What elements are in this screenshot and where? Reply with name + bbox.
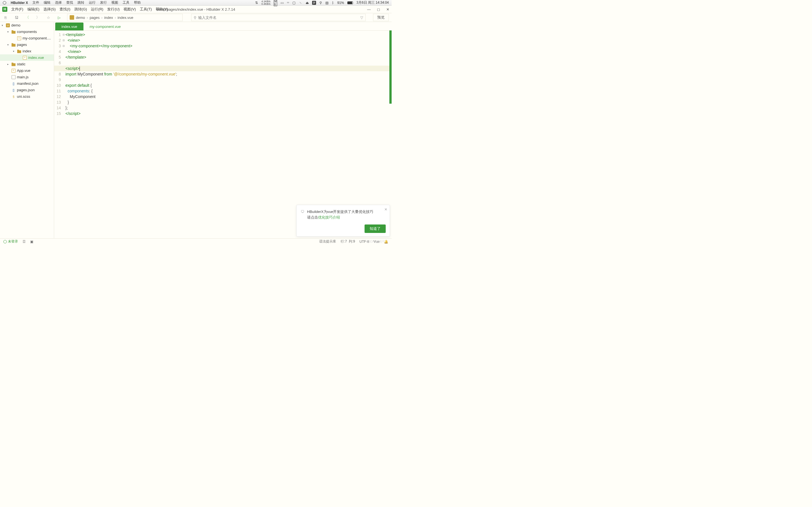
back-icon[interactable]: 〈 [24,15,30,20]
syntax-hint[interactable]: 语法提示库 [319,239,336,244]
fold-column[interactable]: ⊟⊟⊟ [63,31,65,238]
memory-icon[interactable]: ME [274,0,277,6]
datetime[interactable]: 3月6日 周三 14:34:04 [356,0,389,5]
tab-active[interactable]: index.vue [55,22,84,31]
run-icon[interactable]: ▷ [56,15,62,20]
json-file-icon: [] [11,88,15,92]
app-menu-item[interactable]: 工具(T) [140,7,152,12]
tree-item[interactable]: App.vue [0,67,54,74]
folder-icon [11,43,15,47]
app-menubar: H 文件(F) 编辑(E) 选择(S) 查找(I) 跳转(G) 运行(R) 发行… [0,6,392,13]
tree-label: index [22,49,31,53]
notif-line1: HBuilderX为vue开发提供了大量优化技巧 [307,209,373,215]
control-center-icon[interactable]: ▤ [325,1,328,5]
json-file-icon: [] [11,82,15,86]
tree-item[interactable]: []manifest.json [0,80,54,87]
search-icon[interactable]: ⚲ [319,1,322,5]
folder-icon [11,62,15,66]
scss-file-icon: § [11,95,15,99]
tree-item[interactable]: index.vue [0,54,54,61]
user-icon [3,240,7,243]
star-icon[interactable]: ☆ [46,15,51,20]
tree-label: demo [11,23,20,27]
mac-app-name[interactable]: HBuilder X [11,1,28,5]
notif-ok-button[interactable]: 知道了 [364,224,386,233]
mac-menu-item[interactable]: 跳转 [78,0,84,5]
filter-icon[interactable]: ▽ [360,15,363,20]
app-menu-item[interactable]: 运行(R) [91,7,103,12]
crumb[interactable]: pages [90,15,100,20]
mac-menu-item[interactable]: 文件 [33,0,39,5]
wifi-icon[interactable]: ⌔ [287,1,289,5]
tree-item[interactable]: §uni.scss [0,93,54,100]
notif-link[interactable]: 优化技巧介绍 [318,215,340,219]
forward-icon[interactable]: 〉 [35,15,41,20]
file-search[interactable]: ⚲ ▽ [191,14,366,21]
editor-tabs: index.vue my-component.vue [54,22,392,31]
folder-icon [11,30,15,34]
mac-menu-item[interactable]: 编辑 [44,0,50,5]
mac-menu-item[interactable]: 发行 [100,0,107,5]
file-icon [11,75,15,79]
app-menu-item[interactable]: 视图(V) [123,7,136,12]
mac-menu-item[interactable]: 运行 [89,0,96,5]
notification-popup: ✕ 🗨 HBuilderX为vue开发提供了大量优化技巧 请点击优化技巧介绍 知… [296,205,390,237]
tree-item[interactable]: ▾index [0,48,54,54]
tree-item[interactable]: my-component.... [0,35,54,41]
app-menu-item[interactable]: 跳转(G) [74,7,87,12]
backslash-icon[interactable]: ⟍ [299,1,302,5]
tree-item[interactable]: []pages.json [0,87,54,93]
network-speed: 4.1KB/s0.4KB/s [261,0,270,5]
battery-icon[interactable] [347,1,353,4]
apple-menu-icon[interactable] [3,1,6,4]
tree-label: uni.scss [17,94,30,99]
app-menu-item[interactable]: 文件(F) [11,7,23,12]
eject-icon[interactable]: ⏏ [306,1,309,5]
tab-inactive[interactable]: my-component.vue [84,22,127,31]
tree-item[interactable]: ▸static [0,61,54,67]
breadcrumb[interactable]: demo› pages› index› index.vue [67,14,183,21]
tree-item[interactable]: ▾pages [0,41,54,48]
crumb[interactable]: index.vue [117,15,133,20]
tree-label: pages [17,43,27,47]
updown-icon[interactable]: ⇅ [255,1,258,5]
tree-label: manifest.json [17,81,39,86]
login-status[interactable]: 未登录 [3,239,18,244]
crumb[interactable]: demo [76,15,85,20]
file-tree[interactable]: ▾U demo ▾componentsmy-component....▾page… [0,22,54,238]
tree-label: my-component.... [22,36,51,40]
mac-menu-item[interactable]: 视图 [111,0,118,5]
crumb[interactable]: index [104,15,113,20]
mac-menu-item[interactable]: 工具 [123,0,130,5]
app-menu-item[interactable]: 查找(I) [59,7,70,12]
app-menu-item[interactable]: 编辑(E) [28,7,40,12]
file-search-input[interactable] [198,15,359,20]
save-icon[interactable]: 🖫 [13,15,19,20]
minimize-button[interactable]: — [367,7,371,11]
input-method-icon[interactable]: 拼 [312,1,316,5]
notif-line2: 请点击优化技巧介绍 [307,215,373,220]
mac-menu-item[interactable]: 查找 [66,0,73,5]
bluetooth-icon[interactable]: ᛒ [332,1,334,5]
close-button[interactable]: ✕ [386,7,389,11]
tree-root[interactable]: ▾U demo [0,22,54,29]
tree-item[interactable]: ▾components [0,29,54,35]
tree-label: index.vue [28,55,44,60]
window-title: demo/pages/index/index.vue - HBuilder X … [156,7,235,11]
close-icon[interactable]: ✕ [384,207,388,212]
app-menu-item[interactable]: 选择(S) [43,7,56,12]
cursor-pos[interactable]: 行:7 列:9 [341,239,355,244]
toolbar: ⎘ 🖫 〈 〉 ☆ ▷ demo› pages› index› index.vu… [0,13,392,22]
mac-menu-item[interactable]: 帮助 [134,0,141,5]
maximize-button[interactable]: ◻ [377,7,380,11]
preview-button[interactable]: 预览 [373,14,389,21]
battery-percent[interactable]: 91% [337,1,344,5]
display-icon[interactable]: ▢ [292,1,296,5]
new-file-icon[interactable]: ⎘ [3,15,8,20]
app-menu-item[interactable]: 发行(U) [107,7,119,12]
tree-item[interactable]: main.js [0,74,54,80]
list-icon[interactable]: ☲ [22,240,26,244]
phone-icon[interactable]: ▭ [281,1,284,5]
mac-menu-item[interactable]: 选择 [55,0,62,5]
terminal-icon[interactable]: ▣ [30,240,33,244]
